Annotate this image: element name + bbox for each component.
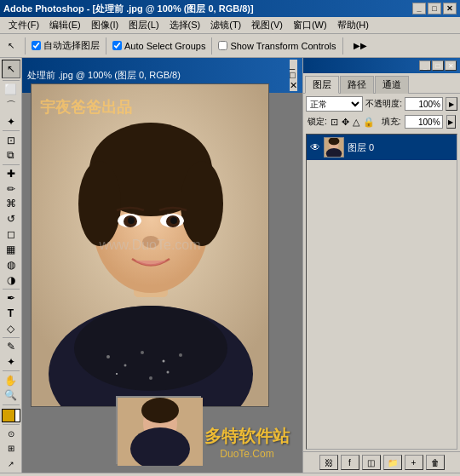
duote-watermark: 多特软件站 DuoTe.Com <box>204 425 290 460</box>
slice-tool[interactable]: ⧉ <box>2 148 20 163</box>
dodge-tool[interactable]: ◑ <box>2 272 20 287</box>
layer-thumb-svg <box>325 137 343 158</box>
lock-all[interactable]: 🔒 <box>363 117 375 128</box>
canvas-win-controls: _ □ ✕ <box>290 60 297 91</box>
window-controls: _ □ ✕ <box>412 3 457 14</box>
mask-button[interactable]: ◫ <box>362 455 381 470</box>
svg-point-29 <box>329 137 340 145</box>
clone-stamp-tool[interactable]: ⌘ <box>2 197 20 211</box>
watermark-center: www.DuoTe.com <box>99 238 200 253</box>
shape-tool[interactable]: ◇ <box>2 321 20 335</box>
link-layers-button[interactable]: ⛓ <box>319 455 338 470</box>
menu-image[interactable]: 图像(I) <box>86 17 124 33</box>
crop-tool[interactable]: ⊡ <box>2 133 20 147</box>
canvas-maximize[interactable]: □ <box>290 70 297 80</box>
effects-button[interactable]: f <box>341 455 359 470</box>
eyedropper-tool[interactable]: ✦ <box>2 355 20 370</box>
group-button[interactable]: 📁 <box>383 455 402 470</box>
rectangle-marquee-tool[interactable]: ⬜ <box>2 83 20 97</box>
svg-point-16 <box>124 364 127 367</box>
screen-mode[interactable]: ⊞ <box>2 441 20 456</box>
gradient-tool[interactable]: ▦ <box>2 243 20 257</box>
image-ready[interactable]: ↗ <box>2 456 20 471</box>
transform-checkbox[interactable]: Show Transform Controls <box>218 41 336 51</box>
opacity-input[interactable] <box>405 97 443 111</box>
path-tool[interactable]: ✒ <box>2 291 20 306</box>
color-boxes <box>2 409 20 422</box>
menu-edit[interactable]: 编辑(E) <box>44 17 86 33</box>
notes-tool[interactable]: ✎ <box>2 340 20 354</box>
panel-maximize[interactable]: □ <box>432 60 444 71</box>
lock-label: 锁定: <box>308 116 327 128</box>
watermark-top-left: 宇夜爸爸出品 <box>40 97 132 118</box>
type-tool[interactable]: T <box>2 307 20 321</box>
quick-mask-mode[interactable]: ⊙ <box>2 427 20 441</box>
canvas-minimize[interactable]: _ <box>290 60 297 70</box>
lock-row: 锁定: ⊡ ✥ △ 🔒 填充: ▶ <box>306 114 457 129</box>
layer-name: 图层 0 <box>348 141 374 154</box>
foreground-color[interactable] <box>2 409 15 422</box>
layer-controls: 正常 溶解 正片叠底 不透明度: ▶ 锁定: ⊡ ✥ △ 🔒 填充: ▶ <box>303 94 460 132</box>
minimize-button[interactable]: _ <box>412 3 426 14</box>
hand-tool[interactable]: ✋ <box>2 373 20 387</box>
move-tool[interactable]: ↖ <box>2 60 20 78</box>
transform-label: Show Transform Controls <box>230 41 336 51</box>
svg-point-13 <box>170 217 177 224</box>
blend-mode-select[interactable]: 正常 溶解 正片叠底 <box>306 96 363 112</box>
auto-select-input[interactable] <box>32 41 41 50</box>
tool-separator8 <box>3 424 20 425</box>
lasso-tool[interactable]: ⌒ <box>2 98 20 114</box>
menu-bar: 文件(F) 编辑(E) 图像(I) 图层(L) 选择(S) 滤镜(T) 视图(V… <box>0 17 460 34</box>
svg-point-25 <box>141 398 179 423</box>
tool-separator <box>3 80 20 81</box>
thumb-svg <box>118 398 203 466</box>
tool-row-1: ↖ <box>2 60 20 78</box>
auto-groups-checkbox[interactable]: Auto Select Groups <box>112 41 205 51</box>
maximize-button[interactable]: □ <box>428 3 441 14</box>
close-button[interactable]: ✕ <box>443 3 457 14</box>
brush-tool[interactable]: ✏ <box>2 181 20 196</box>
lock-image[interactable]: △ <box>353 117 359 128</box>
panel-close[interactable]: ✕ <box>445 60 457 71</box>
lock-checkboard[interactable]: ⊡ <box>331 117 338 128</box>
menu-window[interactable]: 窗口(W) <box>288 17 332 33</box>
menu-select[interactable]: 选择(S) <box>164 17 206 33</box>
canvas-close[interactable]: ✕ <box>290 80 297 91</box>
menu-view[interactable]: 视图(V) <box>246 17 288 33</box>
menu-filter[interactable]: 滤镜(T) <box>205 17 246 33</box>
eraser-tool[interactable]: ◻ <box>2 227 20 242</box>
lock-move[interactable]: ✥ <box>342 117 349 128</box>
auto-groups-input[interactable] <box>112 41 122 50</box>
menu-layer[interactable]: 图层(L) <box>124 17 164 33</box>
panel-title-bar: _ □ ✕ <box>303 58 460 73</box>
tab-paths[interactable]: 路径 <box>340 76 374 94</box>
move-tool-button[interactable]: ↖ <box>3 38 19 53</box>
menu-help[interactable]: 帮助(H) <box>332 17 374 33</box>
tab-channels[interactable]: 通道 <box>375 76 409 94</box>
zoom-tool[interactable]: 🔍 <box>2 388 20 403</box>
healing-brush-tool[interactable]: ✚ <box>2 166 20 181</box>
corner-thumbnail <box>116 396 201 464</box>
svg-point-7 <box>181 161 223 246</box>
new-layer-button[interactable]: + <box>405 455 423 470</box>
fill-arrow[interactable]: ▶ <box>446 115 456 129</box>
blur-tool[interactable]: ◍ <box>2 257 20 272</box>
layer-item-0[interactable]: 👁 图层 0 <box>307 135 457 160</box>
auto-select-checkbox[interactable]: 自动选择图层 <box>32 39 100 52</box>
auto-select-label: 自动选择图层 <box>43 39 100 52</box>
history-brush-tool[interactable]: ↺ <box>2 212 20 227</box>
magic-wand-tool[interactable]: ✦ <box>2 115 20 129</box>
panel-minimize[interactable]: _ <box>419 60 431 71</box>
options-button[interactable]: ▶▶ <box>349 38 371 53</box>
layer-eye-icon[interactable]: 👁 <box>310 141 320 153</box>
status-bar: 100% 文档: 334.9K/334.9K 国内最安全的软件平台 <box>0 473 460 476</box>
menu-file[interactable]: 文件(F) <box>3 17 44 33</box>
delete-layer-button[interactable]: 🗑 <box>426 455 445 470</box>
transform-input[interactable] <box>218 41 227 50</box>
opacity-label: 不透明度: <box>365 98 402 110</box>
toolbar: ↖ 自动选择图层 Auto Select Groups Show Transfo… <box>0 34 460 58</box>
fill-input[interactable] <box>405 115 443 129</box>
opacity-arrow[interactable]: ▶ <box>446 97 457 111</box>
tab-layers[interactable]: 图层 <box>305 76 339 94</box>
panel-tabs: 图层 路径 通道 <box>303 73 460 94</box>
